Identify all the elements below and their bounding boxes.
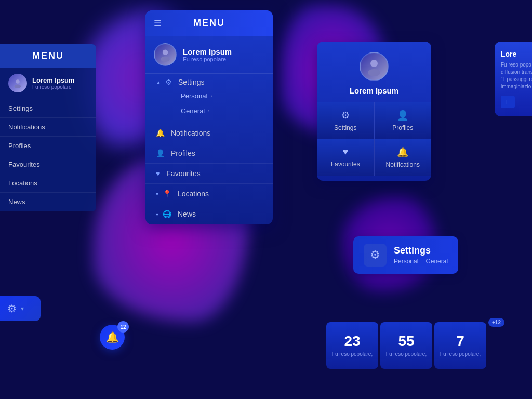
profile-grid-notifications[interactable]: 🔔 Notifications <box>375 139 432 176</box>
center-menu-user: Lorem Ipsum Fu reso popolare <box>145 36 273 74</box>
grid-settings-icon: ⚙ <box>341 110 350 121</box>
left-menu-title: MENU <box>32 50 64 61</box>
news-globe-icon: 🌐 <box>163 210 171 218</box>
stats-badge: +12 <box>488 318 504 327</box>
left-menu-item[interactable]: Notifications <box>0 118 96 137</box>
svg-point-0 <box>16 79 20 84</box>
settings-card: ⚙ Settings Personal General <box>353 236 458 274</box>
center-menu-avatar <box>154 43 177 66</box>
profile-card-grid: ⚙ Settings 👤 Profiles ♥ Favourites 🔔 Not… <box>317 102 431 176</box>
left-menu-item[interactable]: Settings <box>0 99 96 118</box>
stat-card[interactable]: 23 Fu reso popolare, <box>326 322 378 369</box>
center-menu-notifications[interactable]: 🔔 Notifications <box>145 123 273 143</box>
notification-badge: 12 <box>117 321 129 332</box>
settings-general-link[interactable]: General <box>425 258 448 265</box>
news-label: News <box>178 210 196 218</box>
left-menu-item[interactable]: Favourites <box>0 155 96 174</box>
locations-label: Locations <box>178 190 209 198</box>
left-menu-user: Lorem Ipsum Fu reso popolare <box>0 68 96 99</box>
settings-expand-icon: ▲ <box>156 79 161 85</box>
settings-personal-link[interactable]: Personal <box>394 258 418 265</box>
center-menu-username: Lorem Ipsum <box>183 47 232 56</box>
stat-value: 55 <box>398 334 414 349</box>
center-menu-subtitle: Fu reso popolare <box>183 56 232 62</box>
stat-label: Fu reso popolare, <box>440 351 481 357</box>
svg-point-1 <box>15 85 21 89</box>
center-menu-header: ☰ MENU <box>145 10 273 36</box>
settings-gear-icon: ⚙ <box>165 78 172 86</box>
right-card: Lore Fu reso popo diffusion transferibil… <box>495 42 532 116</box>
grid-settings-label: Settings <box>334 124 356 131</box>
profiles-label: Profiles <box>171 149 195 157</box>
general-label: General <box>181 107 205 115</box>
bottom-settings-widget[interactable]: ⚙ ▾ <box>0 296 41 321</box>
news-expand-icon: ▾ <box>156 211 158 217</box>
notifications-bell-icon: 🔔 <box>156 129 165 137</box>
center-menu-settings[interactable]: ▲ ⚙ Settings Personal › General › <box>145 74 273 123</box>
stat-card[interactable]: 55 Fu reso popolare, <box>380 322 432 369</box>
profile-card: Lorem Ipsum ⚙ Settings 👤 Profiles ♥ Favo… <box>317 42 431 181</box>
right-card-name: Lore <box>501 50 532 58</box>
left-menu-item[interactable]: News <box>0 193 96 211</box>
center-menu-personal[interactable]: Personal › <box>156 88 262 103</box>
stats-row: 23 Fu reso popolare, 55 Fu reso popolare… <box>326 322 486 369</box>
settings-card-title: Settings <box>394 245 448 256</box>
left-menu-item[interactable]: Locations <box>0 174 96 193</box>
center-menu-title: MENU <box>193 18 225 29</box>
left-menu-username: Lorem Ipsum <box>32 76 75 84</box>
center-menu-favourites[interactable]: ♥ Favourites <box>145 164 273 184</box>
bottom-chevron-icon: ▾ <box>21 305 24 312</box>
left-menu-avatar <box>8 74 27 92</box>
svg-point-5 <box>368 69 380 76</box>
left-menu-item[interactable]: Profiles <box>0 137 96 155</box>
general-arrow-icon: › <box>208 108 209 114</box>
personal-label: Personal <box>181 92 207 100</box>
grid-notifications-icon: 🔔 <box>397 147 408 158</box>
locations-expand-icon: ▾ <box>156 191 158 197</box>
left-menu: MENU Lorem Ipsum Fu reso popolare Settin… <box>0 44 96 211</box>
right-card-text: Fu reso popo diffusion transferibili "L … <box>501 61 532 90</box>
left-menu-subtitle: Fu reso popolare <box>32 84 75 90</box>
grid-favourites-icon: ♥ <box>342 147 348 157</box>
stat-label: Fu reso popolare, <box>332 351 373 357</box>
center-menu: ☰ MENU Lorem Ipsum Fu reso popolare ▲ ⚙ … <box>145 10 273 224</box>
notifications-label: Notifications <box>171 129 210 137</box>
settings-label: Settings <box>178 78 205 86</box>
center-menu-news[interactable]: ▾ 🌐 News <box>145 204 273 224</box>
stat-value: 7 <box>456 334 464 349</box>
left-menu-header: MENU <box>0 44 96 68</box>
profile-grid-settings[interactable]: ⚙ Settings <box>317 102 374 139</box>
bottom-gear-icon: ⚙ <box>7 302 17 315</box>
profiles-person-icon: 👤 <box>156 149 165 157</box>
personal-arrow-icon: › <box>210 93 212 99</box>
svg-point-2 <box>163 49 168 55</box>
profile-card-avatar <box>360 52 389 81</box>
grid-notifications-label: Notifications <box>386 161 420 168</box>
right-card-button[interactable]: F <box>501 96 515 108</box>
grid-profiles-label: Profiles <box>392 124 413 131</box>
stat-card[interactable]: 7 Fu reso popolare, <box>434 322 486 369</box>
profile-card-name: Lorem Ipsum <box>317 86 431 95</box>
profile-grid-profiles[interactable]: 👤 Profiles <box>375 102 432 139</box>
center-menu-profiles[interactable]: 👤 Profiles <box>145 143 273 164</box>
stat-label: Fu reso popolare, <box>386 351 427 357</box>
settings-card-gear-icon: ⚙ <box>364 244 387 267</box>
left-menu-items: SettingsNotificationsProfilesFavouritesL… <box>0 99 96 211</box>
favourites-heart-icon: ♥ <box>156 169 160 178</box>
profile-grid-favourites[interactable]: ♥ Favourites <box>317 139 374 176</box>
svg-point-4 <box>370 60 378 67</box>
stat-value: 23 <box>344 334 360 349</box>
center-menu-general[interactable]: General › <box>156 103 262 118</box>
grid-profiles-icon: 👤 <box>397 110 408 121</box>
favourites-label: Favourites <box>166 169 200 178</box>
bell-icon: 🔔 <box>106 331 119 343</box>
hamburger-icon[interactable]: ☰ <box>154 18 161 28</box>
grid-favourites-label: Favourites <box>331 161 360 168</box>
svg-point-3 <box>161 57 170 62</box>
locations-pin-icon: 📍 <box>163 190 171 198</box>
center-menu-locations[interactable]: ▾ 📍 Locations <box>145 184 273 204</box>
